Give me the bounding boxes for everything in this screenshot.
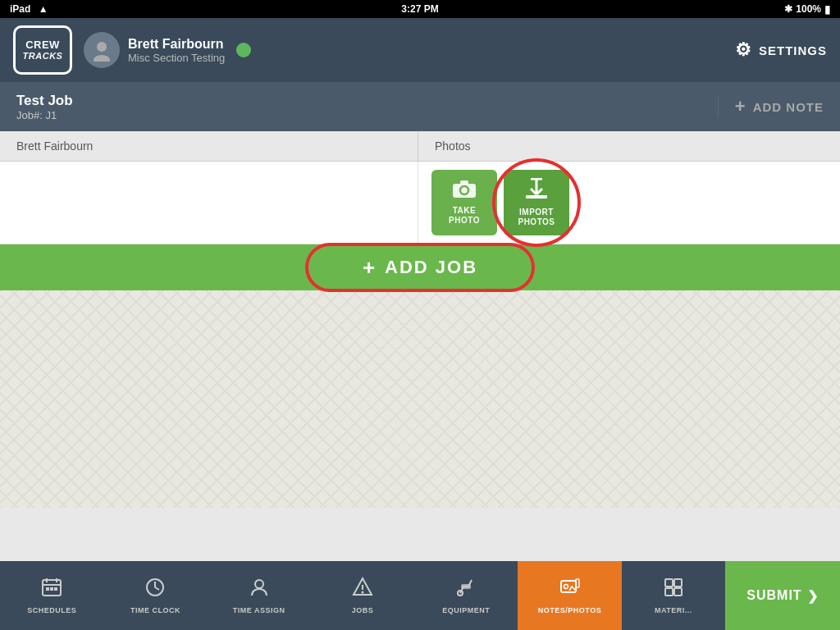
svg-rect-14 bbox=[46, 587, 49, 591]
nav-label-time-clock: TIME CLOCK bbox=[130, 606, 180, 614]
add-note-label: ADD NOTE bbox=[753, 100, 824, 114]
svg-rect-29 bbox=[665, 579, 673, 587]
svg-rect-9 bbox=[526, 195, 547, 199]
add-job-plus-icon: + bbox=[363, 255, 377, 281]
logo: CREW TRACKS bbox=[13, 25, 72, 75]
user-role: Misc Section Testing bbox=[128, 52, 225, 64]
nav-label-schedules: SCHEDULES bbox=[27, 606, 76, 614]
job-number: Job#: J1 bbox=[16, 109, 73, 121]
import-photos-button[interactable]: IMPORTPHOTOS bbox=[504, 170, 569, 235]
svg-line-19 bbox=[155, 587, 159, 590]
chevron-background bbox=[0, 290, 840, 508]
add-note-plus-icon: + bbox=[735, 96, 746, 117]
user-details: Brett Fairbourn Misc Section Testing bbox=[128, 37, 225, 64]
user-status-dot bbox=[236, 43, 251, 57]
jobs-icon bbox=[352, 577, 373, 603]
svg-point-23 bbox=[361, 591, 363, 594]
table-row: TAKEPHOTO IMPORTPHOTOS bbox=[0, 162, 840, 244]
svg-rect-31 bbox=[665, 588, 673, 596]
materials-icon bbox=[663, 577, 684, 603]
nav-item-notes-photos[interactable]: NOTES/PHOTOS bbox=[518, 561, 621, 630]
status-time: 3:27 PM bbox=[401, 3, 438, 15]
status-bar: iPad ▲ 3:27 PM ✱ 100% ▮ bbox=[0, 0, 840, 18]
col-header-name: Brett Fairbourn bbox=[0, 131, 418, 161]
logo-tracks: TRACKS bbox=[23, 51, 63, 62]
settings-button[interactable]: ⚙ SETTINGS bbox=[735, 39, 827, 61]
table-header: Brett Fairbourn Photos bbox=[0, 131, 840, 162]
nav-item-time-assign[interactable]: TIME ASSIGN bbox=[208, 561, 311, 630]
job-title: Test Job bbox=[16, 93, 73, 109]
add-job-button[interactable]: + ADD JOB bbox=[363, 255, 477, 281]
equipment-icon bbox=[455, 577, 477, 603]
add-job-bar[interactable]: + ADD JOB bbox=[0, 244, 840, 290]
camera-icon bbox=[453, 180, 476, 203]
bluetooth-icon: ✱ bbox=[784, 3, 792, 15]
nav-label-notes-photos: NOTES/PHOTOS bbox=[538, 606, 601, 614]
svg-rect-15 bbox=[50, 587, 53, 591]
nav-label-jobs: JOBS bbox=[352, 606, 374, 614]
svg-rect-16 bbox=[54, 587, 57, 591]
svg-rect-4 bbox=[460, 180, 468, 185]
submit-button[interactable]: SUBMIT ❯ bbox=[725, 561, 840, 630]
svg-rect-32 bbox=[674, 588, 682, 596]
job-title-group: Test Job Job#: J1 bbox=[16, 93, 73, 121]
import-photos-label: IMPORTPHOTOS bbox=[518, 208, 555, 227]
bottom-nav: SCHEDULES TIME CLOCK TIME ASSIGN bbox=[0, 561, 840, 630]
battery-label: 100% bbox=[796, 3, 821, 15]
status-right: ✱ 100% ▮ bbox=[784, 3, 830, 16]
top-nav-left: CREW TRACKS Brett Fairbourn Misc Section… bbox=[13, 25, 251, 75]
take-photo-label: TAKEPHOTO bbox=[449, 206, 480, 226]
submit-label: SUBMIT bbox=[746, 588, 801, 603]
top-nav: CREW TRACKS Brett Fairbourn Misc Section… bbox=[0, 18, 840, 82]
col-header-photos: Photos bbox=[418, 131, 840, 161]
nav-item-schedules[interactable]: SCHEDULES bbox=[0, 561, 103, 630]
nav-label-materials: MATERI... bbox=[655, 606, 692, 614]
import-icon bbox=[525, 178, 548, 204]
svg-point-0 bbox=[97, 42, 107, 52]
svg-point-1 bbox=[94, 55, 110, 62]
td-user-name bbox=[0, 162, 418, 244]
main-content-area bbox=[0, 290, 840, 508]
nav-item-equipment[interactable]: EQUIPMENT bbox=[414, 561, 518, 630]
import-photos-wrapper: IMPORTPHOTOS bbox=[504, 170, 569, 235]
settings-label: SETTINGS bbox=[759, 43, 827, 57]
nav-item-materials[interactable]: MATERI... bbox=[622, 561, 725, 630]
notes-photos-icon bbox=[559, 577, 581, 603]
time-clock-icon bbox=[144, 577, 166, 603]
nav-label-equipment: EQUIPMENT bbox=[442, 606, 490, 614]
user-name: Brett Fairbourn bbox=[128, 37, 225, 52]
svg-rect-28 bbox=[576, 579, 579, 587]
nav-item-time-clock[interactable]: TIME CLOCK bbox=[103, 561, 207, 630]
add-note-button[interactable]: + ADD NOTE bbox=[718, 96, 824, 117]
battery-icon: ▮ bbox=[824, 3, 830, 16]
wifi-icon: ▲ bbox=[39, 3, 48, 15]
svg-point-20 bbox=[255, 580, 263, 588]
time-assign-icon bbox=[249, 577, 270, 603]
logo-crew: CREW bbox=[25, 39, 60, 52]
add-job-label: ADD JOB bbox=[385, 257, 477, 278]
nav-label-time-assign: TIME ASSIGN bbox=[233, 606, 285, 614]
gear-icon: ⚙ bbox=[735, 39, 752, 61]
svg-point-27 bbox=[564, 585, 568, 589]
nav-item-jobs[interactable]: JOBS bbox=[311, 561, 414, 630]
user-info: Brett Fairbourn Misc Section Testing bbox=[84, 32, 251, 68]
take-photo-button[interactable]: TAKEPHOTO bbox=[431, 170, 497, 235]
job-header: Test Job Job#: J1 + ADD NOTE bbox=[0, 82, 840, 131]
status-device: iPad ▲ bbox=[10, 3, 48, 15]
schedules-icon bbox=[41, 577, 62, 603]
submit-arrow-icon: ❯ bbox=[807, 588, 819, 604]
td-photos: TAKEPHOTO IMPORTPHOTOS bbox=[418, 162, 840, 244]
svg-rect-30 bbox=[674, 579, 682, 587]
avatar bbox=[84, 32, 120, 68]
